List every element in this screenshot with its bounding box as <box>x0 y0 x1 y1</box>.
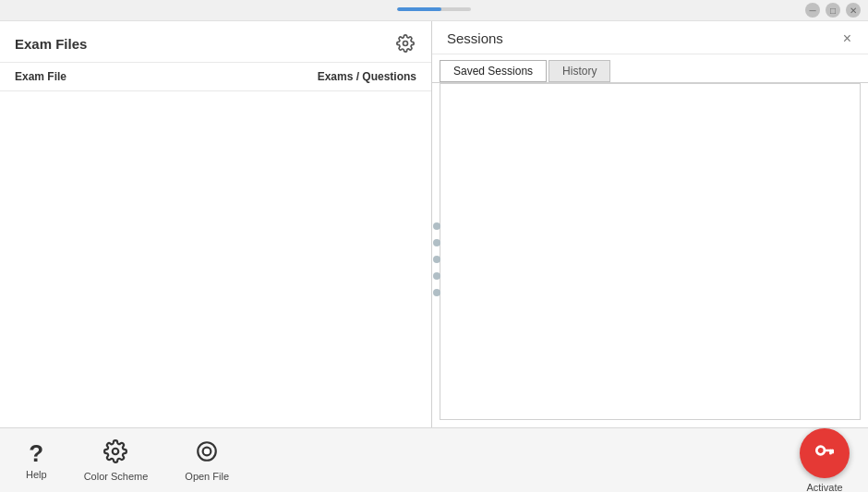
gear-icon <box>396 34 415 53</box>
tab-history[interactable]: History <box>549 60 610 82</box>
svg-point-4 <box>204 448 211 454</box>
tab-saved-sessions[interactable]: Saved Sessions <box>440 60 547 82</box>
help-icon: ? <box>29 441 43 465</box>
svg-point-1 <box>113 448 119 454</box>
divider-dots <box>433 222 440 296</box>
exam-files-settings-button[interactable] <box>394 32 416 54</box>
sessions-title: Sessions <box>447 30 503 46</box>
divider-dot-3 <box>433 256 440 263</box>
help-label: Help <box>26 469 47 480</box>
svg-point-0 <box>404 42 408 46</box>
titlebar-progress <box>397 7 471 11</box>
divider-dot-4 <box>433 272 440 280</box>
col-exams-questions: Exams / Questions <box>318 70 416 83</box>
left-panel-content <box>0 91 431 427</box>
titlebar-controls: ─ □ ✕ <box>805 3 861 18</box>
color-scheme-label: Color Scheme <box>84 471 149 482</box>
titlebar: ─ □ ✕ <box>0 0 868 20</box>
sessions-tabs: Saved Sessions History <box>432 54 868 83</box>
left-panel-header: Exam Files <box>0 21 431 63</box>
close-window-button[interactable]: ✕ <box>846 3 861 18</box>
main-area: Exam Files Exam File Exams / Questions <box>0 20 868 427</box>
left-panel: Exam Files Exam File Exams / Questions <box>0 21 432 427</box>
minimize-button[interactable]: ─ <box>805 3 820 18</box>
color-scheme-button[interactable]: Color Scheme <box>77 436 156 486</box>
titlebar-progress-bar <box>397 7 441 11</box>
open-file-label: Open File <box>185 471 229 482</box>
activate-wrapper: Activate <box>800 428 850 493</box>
activate-key-icon <box>813 438 837 468</box>
help-button[interactable]: ? Help <box>18 438 54 484</box>
activate-button[interactable] <box>800 428 850 478</box>
sessions-close-button[interactable]: × <box>841 31 853 46</box>
sessions-content <box>440 83 861 420</box>
bottom-toolbar: ? Help Color Scheme Open File <box>0 427 868 492</box>
open-file-icon <box>195 439 219 467</box>
col-exam-file: Exam File <box>15 70 66 83</box>
divider-dot-1 <box>433 222 440 230</box>
right-panel: Sessions × Saved Sessions History <box>432 21 868 427</box>
divider-dot-2 <box>433 239 440 246</box>
activate-label: Activate <box>806 482 842 493</box>
color-scheme-icon <box>103 439 127 467</box>
maximize-button[interactable]: □ <box>826 3 840 18</box>
exam-files-title: Exam Files <box>15 36 87 52</box>
right-panel-header: Sessions × <box>432 21 868 54</box>
open-file-button[interactable]: Open File <box>177 436 236 486</box>
divider-dot-5 <box>433 289 440 296</box>
left-panel-columns: Exam File Exams / Questions <box>0 63 431 91</box>
